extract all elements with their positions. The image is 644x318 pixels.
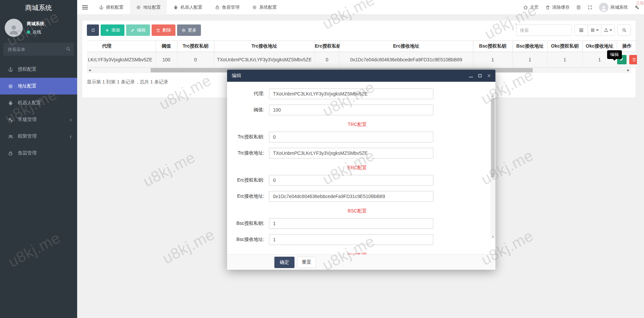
fullscreen-icon — [588, 5, 592, 10]
refresh-button[interactable] — [87, 24, 99, 36]
sidebar-item-label: 授权配置 — [18, 66, 37, 72]
home-link[interactable]: 主页 — [523, 4, 539, 10]
table-toolbar: 添加 编辑 删除 更多 — [82, 20, 636, 39]
dialog-footer: 确定 重置 — [227, 254, 495, 270]
navbar-username: 商城系统 — [610, 4, 628, 10]
col-header-trc-address[interactable]: Trc接收地址 — [214, 41, 315, 52]
cell-okc-key: 1 — [547, 52, 582, 67]
agent-input[interactable] — [269, 88, 433, 99]
row-delete-button[interactable] — [629, 55, 637, 64]
cell-erc-address: 0x1Dc7e04dc804636ebbcedeFa9FD31c9E510BbB… — [339, 52, 473, 67]
columns-button[interactable] — [588, 24, 601, 36]
table-header-row: 代理 阈值 Trc授权私钥 Trc接收地址 Erc授权私钥 Erc接收地址 Bs… — [87, 41, 637, 52]
bsc-key-input[interactable] — [269, 218, 433, 229]
table-row[interactable]: LKrLYF3y3VjxgksMZSMbv5ZE 100 0 TXoUnbmPC… — [87, 52, 637, 67]
threshold-input[interactable] — [269, 105, 433, 115]
col-header-trc-key[interactable]: Trc授权私钥 — [177, 41, 214, 52]
sidebar-user-panel: 商城系统 在线 — [0, 15, 77, 42]
scroll-right-arrow[interactable]: ▶ — [626, 67, 631, 73]
col-header-okc-key[interactable]: Okc授权私钥 — [547, 41, 582, 52]
col-header-agent[interactable]: 代理 — [87, 41, 156, 52]
section-bsc-config: BSC配置 — [227, 207, 487, 214]
col-header-bsc-address[interactable]: Bsc接收地址 — [513, 41, 547, 52]
fullscreen-button[interactable] — [588, 5, 592, 10]
menu-search-input[interactable] — [3, 43, 74, 56]
table-view-buttons — [575, 24, 615, 36]
sidebar-item-address-config[interactable]: 地址配置 — [0, 78, 77, 94]
close-icon[interactable]: × — [487, 73, 491, 79]
online-dot — [27, 30, 30, 34]
pagination-toggle-button[interactable] — [575, 24, 588, 36]
grid-icon — [590, 28, 595, 33]
user-menu[interactable]: 商城系统 — [599, 3, 628, 12]
scrollbar-thumb[interactable] — [491, 99, 495, 177]
table-search-input[interactable] — [516, 24, 572, 36]
gear-icon — [252, 5, 257, 10]
caret-down-icon — [596, 29, 599, 31]
chevron-left-icon: ‹ — [70, 133, 72, 139]
search-button[interactable] — [618, 24, 631, 36]
clear-cache-link[interactable]: 清除缓存 — [545, 4, 570, 10]
trc-address-input[interactable] — [269, 148, 433, 158]
tab-system-config[interactable]: 系统配置 — [246, 0, 283, 15]
cell-threshold: 100 — [156, 52, 177, 67]
dialog-scrollbar[interactable]: ▲ ▼ — [490, 94, 495, 239]
trash-icon — [545, 5, 550, 10]
lock-icon — [215, 5, 220, 10]
search-icon[interactable] — [66, 47, 70, 51]
scroll-down-arrow[interactable]: ▼ — [490, 235, 495, 239]
trc-key-input[interactable] — [269, 132, 433, 142]
hamburger-menu-icon[interactable] — [77, 0, 93, 15]
sidebar-item-auth-config[interactable]: 授权配置 — [0, 61, 77, 78]
sidebar-item-general-mgmt[interactable]: 常规管理 ‹ — [0, 111, 77, 128]
watermark: u8kj.me — [159, 225, 218, 268]
tab-address-config[interactable]: 地址配置 — [130, 0, 167, 15]
minimize-icon[interactable] — [469, 74, 473, 77]
pencil-icon — [130, 28, 135, 33]
erc-key-input[interactable] — [269, 175, 433, 186]
confirm-button[interactable]: 确定 — [274, 257, 294, 268]
user-status: 在线 — [33, 29, 41, 35]
edit-button[interactable]: 编辑 — [126, 24, 150, 36]
scroll-left-arrow[interactable]: ◀ — [87, 67, 92, 73]
add-button[interactable]: 添加 — [101, 24, 124, 36]
col-header-erc-key[interactable]: Erc授权私钥 — [315, 41, 339, 52]
cell-bsc-address: 1 — [513, 52, 547, 67]
tab-fry-mgmt[interactable]: 鱼苗管理 — [209, 0, 246, 15]
caret-down-icon — [609, 29, 612, 31]
gear-icon — [181, 28, 186, 33]
dialog-titlebar[interactable]: 编辑 × — [227, 70, 495, 82]
col-header-erc-address[interactable]: Erc接收地址 — [339, 41, 473, 52]
more-button[interactable]: 更多 — [177, 24, 201, 36]
maximize-icon[interactable] — [478, 74, 482, 77]
col-header-bsc-key[interactable]: Bsc授权私钥 — [473, 41, 513, 52]
sidebar-menu: 授权配置 地址配置 机器人配置 常规管理 ‹ 权限管理 ‹ — [0, 61, 77, 162]
user-name: 商城系统 — [27, 21, 44, 27]
sidebar-item-robot-config[interactable]: 机器人配置 — [0, 94, 77, 111]
cogs-icon — [8, 117, 13, 122]
tab-auth-config[interactable]: 授权配置 — [93, 0, 130, 15]
erc-address-input[interactable] — [269, 191, 433, 202]
log-button[interactable] — [576, 5, 581, 10]
delete-button[interactable]: 删除 — [152, 24, 175, 36]
clear-cache-label: 清除缓存 — [552, 4, 570, 10]
cell-bsc-key: 1 — [473, 52, 513, 67]
sidebar-item-label: 权限管理 — [18, 133, 37, 139]
edit-label: 编辑 — [137, 27, 146, 33]
bsc-address-input[interactable] — [269, 234, 433, 245]
sidebar-item-permission-mgmt[interactable]: 权限管理 ‹ — [0, 128, 77, 145]
field-label-threshold: 阈值: — [227, 107, 269, 113]
export-button[interactable] — [601, 24, 615, 36]
sidebar-item-label: 机器人配置 — [18, 100, 41, 106]
license-badge: 正版 — [636, 0, 644, 6]
search-icon — [622, 28, 627, 33]
field-label-bsc-key: Bsc授权私钥: — [227, 220, 269, 227]
col-header-threshold[interactable]: 阈值 — [156, 41, 177, 52]
user-avatar[interactable] — [5, 19, 23, 37]
tab-robot-config[interactable]: 机器人配置 — [167, 0, 209, 15]
tab-label: 授权配置 — [106, 4, 123, 10]
reset-button[interactable]: 重置 — [297, 257, 316, 268]
app-title: 商城系统 — [0, 0, 77, 15]
scroll-up-arrow[interactable]: ▲ — [490, 94, 495, 98]
sidebar-item-fry-mgmt[interactable]: 鱼苗管理 — [0, 145, 77, 162]
